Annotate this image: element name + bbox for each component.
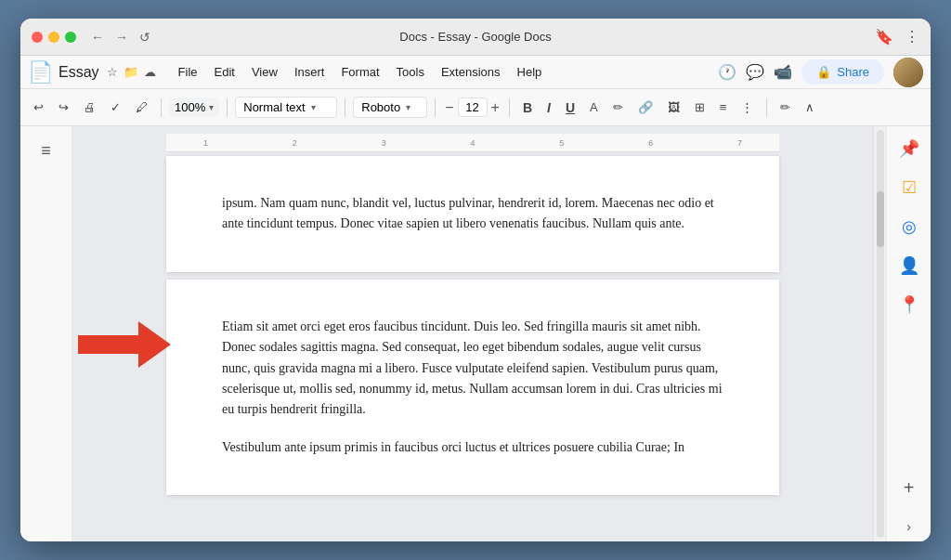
menu-bar-right: 🕐 💬 📹 🔒 Share	[718, 58, 923, 87]
paintformat-button[interactable]: 🖊	[130, 97, 153, 118]
redo-button[interactable]: ↪	[53, 97, 74, 118]
separator-4	[435, 98, 436, 117]
style-value: Normal text	[243, 100, 305, 114]
page-2-content-2: Vestibulum ante ipsum primis in faucibus…	[222, 437, 723, 458]
traffic-lights	[32, 32, 76, 43]
page-2: Etiam sit amet orci eget eros faucibus t…	[166, 280, 779, 495]
align-button[interactable]: ≡	[714, 97, 733, 118]
cast-icon[interactable]: 🔖	[875, 28, 893, 46]
font-size-area: − +	[443, 98, 502, 117]
star-icon[interactable]: ☆	[107, 65, 118, 79]
underline-button[interactable]: U	[560, 98, 580, 118]
add-sidebar-button[interactable]: +	[894, 473, 924, 502]
forward-button[interactable]: →	[111, 28, 132, 46]
keep-icon[interactable]: 📌	[894, 134, 924, 163]
menu-file[interactable]: File	[171, 61, 205, 83]
meet-icon[interactable]: 📹	[774, 63, 792, 81]
menu-view[interactable]: View	[244, 61, 285, 83]
outline-icon[interactable]: ≡	[33, 134, 59, 168]
menu-tools[interactable]: Tools	[389, 61, 432, 83]
doc-title: Essay	[59, 64, 99, 81]
font-size-decrease[interactable]: −	[443, 99, 455, 116]
bold-button[interactable]: B	[517, 98, 538, 118]
font-value: Roboto	[361, 100, 400, 114]
separator-6	[766, 98, 767, 117]
zoom-selector[interactable]: 100% ▾	[169, 98, 219, 117]
comments-icon[interactable]: 💬	[746, 63, 764, 81]
collapse-button[interactable]: ∧	[800, 97, 820, 118]
back-button[interactable]: ←	[87, 28, 108, 46]
image-button[interactable]: 🖼	[662, 97, 685, 118]
font-selector[interactable]: Roboto ▾	[353, 97, 427, 118]
more-options-button[interactable]: ⋮	[736, 97, 759, 118]
share-label: Share	[837, 65, 869, 79]
scrollbar-track	[877, 130, 884, 538]
menu-edit[interactable]: Edit	[207, 61, 242, 83]
docs-logo: 📄	[28, 60, 53, 85]
zoom-chevron: ▾	[209, 102, 214, 112]
page-2-content-1: Etiam sit amet orci eget eros faucibus t…	[222, 317, 723, 421]
doc-actions: ☆ 📁 ☁	[107, 65, 156, 79]
page-1: ipsum. Nam quam nunc, blandit vel, luctu…	[166, 156, 779, 272]
expand-sidebar-button[interactable]: ›	[906, 519, 911, 534]
undo-button[interactable]: ↩	[28, 97, 49, 118]
maps-icon[interactable]: 📍	[894, 290, 924, 319]
right-sidebar: 📌 ☑ ◎ 👤 📍 + ›	[886, 126, 931, 541]
menu-items: File Edit View Insert Format Tools Exten…	[171, 61, 550, 83]
calendar-icon[interactable]: ◎	[894, 212, 924, 241]
font-size-increase[interactable]: +	[489, 99, 502, 116]
arrow-indicator	[78, 321, 171, 368]
maximize-button[interactable]	[65, 32, 76, 43]
menu-format[interactable]: Format	[333, 61, 386, 83]
folder-icon[interactable]: 📁	[124, 65, 138, 79]
italic-button[interactable]: I	[541, 98, 556, 118]
spellcheck-button[interactable]: ✓	[105, 97, 126, 118]
share-button[interactable]: 🔒 Share	[801, 59, 884, 85]
suggestions-button[interactable]: ✏	[775, 97, 796, 118]
menu-insert[interactable]: Insert	[287, 61, 332, 83]
minimize-button[interactable]	[48, 32, 59, 43]
left-sidebar: ≡	[20, 126, 72, 541]
more-icon[interactable]: ⋮	[905, 28, 919, 46]
scrollbar-thumb[interactable]	[877, 191, 884, 247]
user-avatar[interactable]	[893, 58, 923, 87]
red-arrow-svg	[78, 321, 171, 368]
scrollbar[interactable]	[873, 126, 886, 541]
style-selector[interactable]: Normal text ▾	[235, 97, 337, 118]
title-bar-right: 🔖 ⋮	[875, 28, 919, 46]
history-icon[interactable]: 🕐	[718, 63, 736, 81]
menu-bar: 📄 Essay ☆ 📁 ☁ File Edit View Insert Form…	[20, 56, 931, 89]
ruler: 1234567	[166, 134, 779, 152]
print-button[interactable]: 🖨	[78, 97, 101, 118]
window-title: Docs - Essay - Google Docs	[399, 30, 551, 44]
font-chevron: ▾	[406, 102, 410, 112]
separator-5	[509, 98, 510, 117]
nav-buttons: ← → ↺	[87, 28, 154, 46]
doc-area[interactable]: 1234567 ipsum. Nam quam nunc, blandit ve…	[72, 126, 873, 541]
lock-icon: 🔒	[816, 65, 831, 79]
menu-help[interactable]: Help	[510, 61, 550, 83]
main-content: ≡ 1234567 ipsum. Nam quam nunc, blandit …	[20, 126, 931, 541]
svg-marker-0	[78, 321, 171, 368]
table-button[interactable]: ⊞	[689, 97, 710, 118]
text-color-button[interactable]: A	[584, 97, 604, 118]
close-button[interactable]	[32, 32, 43, 43]
font-size-input[interactable]	[458, 98, 488, 117]
toolbar: ↩ ↪ 🖨 ✓ 🖊 100% ▾ Normal text ▾ Roboto ▾ …	[20, 89, 931, 126]
contacts-icon[interactable]: 👤	[894, 251, 924, 280]
cloud-icon[interactable]: ☁	[144, 65, 156, 79]
separator-1	[161, 98, 162, 117]
menu-extensions[interactable]: Extensions	[434, 61, 508, 83]
tasks-icon[interactable]: ☑	[894, 173, 924, 202]
app-window: ← → ↺ Docs - Essay - Google Docs 🔖 ⋮ 📄 E…	[20, 19, 931, 541]
link-button[interactable]: 🔗	[632, 97, 658, 118]
separator-3	[345, 98, 345, 117]
refresh-button[interactable]: ↺	[136, 28, 154, 46]
style-chevron: ▾	[311, 102, 316, 112]
highlight-button[interactable]: ✏	[607, 97, 629, 118]
page-1-content: ipsum. Nam quam nunc, blandit vel, luctu…	[222, 193, 723, 235]
zoom-value: 100%	[175, 100, 205, 114]
ruler-marks: 1234567	[166, 138, 779, 148]
title-bar: ← → ↺ Docs - Essay - Google Docs 🔖 ⋮	[20, 19, 931, 56]
separator-2	[227, 98, 228, 117]
